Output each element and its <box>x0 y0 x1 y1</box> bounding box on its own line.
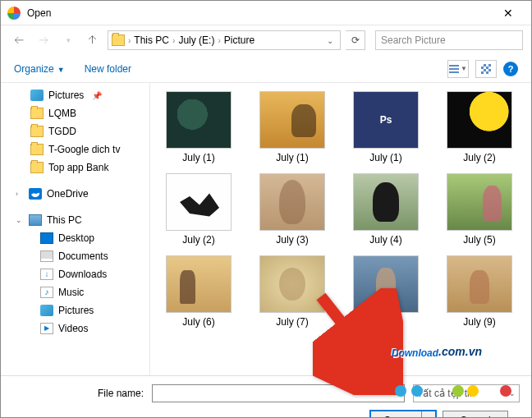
thumbnail-icon <box>447 173 512 231</box>
thumbnail-icon <box>166 173 232 231</box>
search-placeholder: Search Picture <box>381 34 446 46</box>
sidebar-item-desktop[interactable]: Desktop <box>1 229 149 247</box>
onedrive-icon <box>29 188 42 200</box>
sidebar-item-downloads[interactable]: Downloads <box>1 265 149 283</box>
address-bar[interactable]: › This PC › July (E:) › Picture ⌄ <box>108 30 341 50</box>
sidebar-item-pictures2[interactable]: Pictures <box>1 301 149 319</box>
breadcrumb-folder[interactable]: Picture <box>224 34 255 46</box>
filename-input[interactable] <box>152 384 405 402</box>
pin-icon: 📌 <box>92 91 102 100</box>
file-item[interactable]: July (9) <box>436 252 523 331</box>
thumbnail-icon <box>259 173 325 231</box>
close-icon[interactable]: ✕ <box>492 7 525 20</box>
documents-icon <box>40 250 53 262</box>
sidebar-item-music[interactable]: Music <box>1 283 149 301</box>
refresh-button[interactable]: ⟳ <box>346 30 365 50</box>
sidebar-item-thispc[interactable]: ⌄This PC <box>1 211 149 229</box>
videos-icon <box>40 323 53 334</box>
filetype-filter[interactable]: Tất cả tệp tin⌄ <box>413 384 520 402</box>
thumbnail-icon: Ps <box>353 91 419 149</box>
sidebar-item-tgdd[interactable]: TGDD <box>1 122 149 140</box>
sidebar-item-onedrive[interactable]: ›OneDrive <box>1 185 149 203</box>
sidebar: Pictures📌 LQMB TGDD T-Google dich tv Top… <box>1 83 150 375</box>
new-folder-button[interactable]: New folder <box>85 63 131 75</box>
chevron-down-icon: ⌄ <box>509 389 516 397</box>
thumbnail-icon <box>259 255 325 313</box>
view-list-button[interactable]: ▼ <box>447 60 469 78</box>
file-item[interactable]: July (1) <box>249 88 336 167</box>
file-item[interactable]: July (6) <box>155 252 242 331</box>
file-item[interactable]: July (5) <box>436 170 523 249</box>
file-item[interactable]: PsJuly (1) <box>342 88 429 167</box>
cancel-button[interactable]: Cancel <box>443 411 508 418</box>
file-item[interactable]: July (3) <box>249 170 336 249</box>
toolbar: Organize▼ New folder ▼ ? <box>1 55 531 83</box>
file-item[interactable]: July (7) <box>249 252 336 331</box>
main-area: Pictures📌 LQMB TGDD T-Google dich tv Top… <box>1 83 531 375</box>
pictures-icon <box>40 305 53 316</box>
file-grid: July (1) July (1) PsJuly (1) July (2) Ju… <box>150 83 531 375</box>
thumbnail-icon <box>166 255 232 313</box>
address-dropdown-icon[interactable]: ⌄ <box>323 36 337 45</box>
forward-button[interactable]: 🡢 <box>34 30 53 50</box>
collapse-icon: ⌄ <box>16 216 24 224</box>
sidebar-item-videos[interactable]: Videos <box>1 319 149 338</box>
sidebar-item-pictures[interactable]: Pictures📌 <box>1 86 149 104</box>
folder-icon <box>112 34 125 46</box>
footer: File name: Tất cả tệp tin⌄ OOpenpen▼ Can… <box>1 375 531 418</box>
recent-dropdown[interactable]: ▾ <box>58 30 78 50</box>
expand-icon: › <box>16 190 24 198</box>
chevron-right-icon: › <box>172 36 175 45</box>
sidebar-item-tgoogle[interactable]: T-Google dich tv <box>1 140 149 158</box>
pictures-icon <box>30 90 44 101</box>
titlebar: Open ✕ <box>1 1 531 25</box>
thumbnail-icon <box>353 255 419 313</box>
sidebar-item-topapp[interactable]: Top app Bank <box>1 158 149 177</box>
desktop-icon <box>40 232 53 244</box>
folder-icon <box>30 162 44 173</box>
chevron-right-icon: › <box>218 36 220 45</box>
file-item[interactable]: July (8) <box>342 252 429 331</box>
thumbnail-icon <box>353 173 419 231</box>
file-item[interactable]: July (2) <box>155 170 242 249</box>
organize-menu[interactable]: Organize▼ <box>14 63 65 75</box>
chevron-right-icon: › <box>128 36 131 45</box>
thumbnail-icon <box>447 91 512 149</box>
file-item[interactable]: July (4) <box>342 170 429 249</box>
file-item[interactable]: July (1) <box>155 88 242 167</box>
thumbnail-icon <box>447 255 512 313</box>
folder-icon <box>30 144 44 155</box>
sidebar-item-lqmb[interactable]: LQMB <box>1 104 149 122</box>
pc-icon <box>29 214 42 226</box>
search-input[interactable]: Search Picture <box>375 30 523 50</box>
thumbnail-icon <box>166 91 232 149</box>
file-item[interactable]: July (2) <box>436 88 523 167</box>
view-grid-button[interactable] <box>475 60 497 78</box>
up-button[interactable]: 🡡 <box>83 30 103 50</box>
folder-icon <box>30 108 44 119</box>
folder-icon <box>30 126 44 137</box>
open-button[interactable]: OOpenpen▼ <box>370 411 436 418</box>
downloads-icon <box>40 269 53 280</box>
breadcrumb-drive[interactable]: July (E:) <box>178 34 214 46</box>
sidebar-item-documents[interactable]: Documents <box>1 247 149 265</box>
chrome-icon <box>7 7 21 20</box>
music-icon <box>40 287 53 298</box>
breadcrumb-thispc[interactable]: This PC <box>134 34 169 46</box>
help-button[interactable]: ? <box>503 62 518 76</box>
window-title: Open <box>27 7 492 19</box>
back-button[interactable]: 🡠 <box>9 30 29 50</box>
thumbnail-icon <box>259 91 325 149</box>
navigation-bar: 🡠 🡢 ▾ 🡡 › This PC › July (E:) › Picture … <box>1 25 531 55</box>
filename-label: File name: <box>12 388 144 399</box>
caret-down-icon: ▼ <box>57 66 65 74</box>
